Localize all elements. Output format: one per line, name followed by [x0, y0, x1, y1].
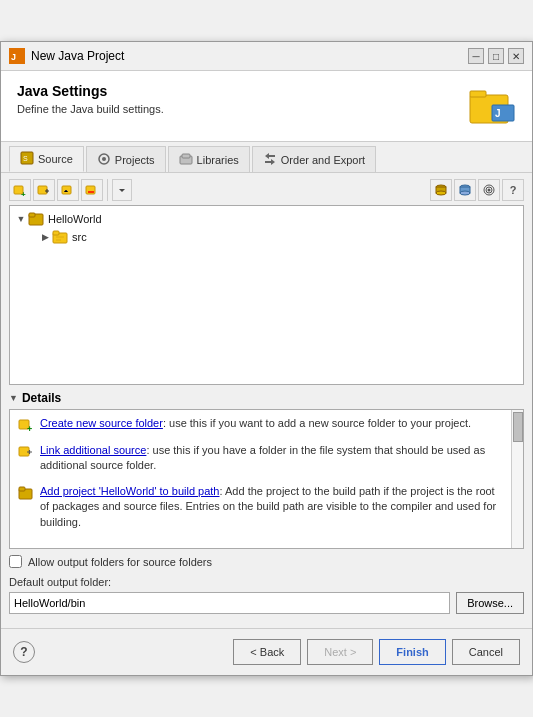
tab-source-label: Source	[38, 153, 73, 165]
svg-rect-32	[19, 487, 25, 491]
edit-build-path-button[interactable]	[57, 179, 79, 201]
svg-text:J: J	[11, 52, 16, 62]
src-folder-icon	[52, 229, 68, 245]
allow-output-checkbox[interactable]	[9, 555, 22, 568]
tree-item-helloworld[interactable]: ▼ HelloWorld	[10, 210, 523, 228]
source-tree[interactable]: ▼ HelloWorld ▶	[9, 205, 524, 385]
minimize-button[interactable]: ─	[468, 48, 484, 64]
svg-point-22	[460, 191, 470, 195]
add-jar-button[interactable]	[430, 179, 452, 201]
svg-rect-14	[38, 186, 47, 194]
svg-rect-3	[470, 91, 486, 97]
dialog-title: Java Settings	[17, 83, 164, 99]
dialog-subtitle: Define the Java build settings.	[17, 103, 164, 115]
help-button[interactable]: ?	[13, 641, 35, 663]
cancel-button[interactable]: Cancel	[452, 639, 520, 665]
tree-label-src: src	[72, 231, 87, 243]
footer: ? < Back Next > Finish Cancel	[1, 628, 532, 675]
output-folder-area: Default output folder: Browse...	[9, 576, 524, 614]
project-icon	[28, 211, 44, 227]
remove-build-path-button[interactable]	[81, 179, 103, 201]
tab-libraries-label: Libraries	[197, 154, 239, 166]
toolbar-right: ?	[430, 179, 524, 201]
projects-tab-icon	[97, 152, 111, 168]
toolbar-dropdown[interactable]	[112, 179, 132, 201]
header-area: Java Settings Define the Java build sett…	[1, 71, 532, 142]
detail-item-add-project: Add project 'HelloWorld' to build path: …	[18, 484, 515, 530]
tab-order-export-label: Order and Export	[281, 154, 365, 166]
details-header: ▼ Details	[9, 391, 524, 405]
add-project-icon	[18, 485, 34, 501]
toolbar: +	[9, 179, 524, 201]
svg-rect-11	[182, 154, 190, 158]
tab-projects[interactable]: Projects	[86, 146, 166, 172]
link-source-link[interactable]: Link additional source	[40, 444, 146, 456]
header-text: Java Settings Define the Java build sett…	[17, 83, 164, 115]
finish-button[interactable]: Finish	[379, 639, 445, 665]
footer-buttons: < Back Next > Finish Cancel	[233, 639, 520, 665]
details-title: Details	[22, 391, 61, 405]
detail-text-link-source: Link additional source: use this if you …	[40, 443, 499, 474]
close-button[interactable]: ✕	[508, 48, 524, 64]
details-section: ▼ Details + Create new source folder: us…	[9, 391, 524, 549]
new-source-folder-button[interactable]: +	[9, 179, 31, 201]
dialog-window: J New Java Project ─ □ ✕ Java Settings D…	[0, 41, 533, 676]
detail-text-add-project: Add project 'HelloWorld' to build path: …	[40, 484, 499, 530]
libraries-tab-icon	[179, 152, 193, 168]
footer-left: ?	[13, 641, 35, 663]
tree-label-helloworld: HelloWorld	[48, 213, 102, 225]
create-source-link[interactable]: Create new source folder	[40, 417, 163, 429]
next-button[interactable]: Next >	[307, 639, 373, 665]
output-folder-row: Browse...	[9, 592, 524, 614]
configure-build-path-button[interactable]	[478, 179, 500, 201]
back-button[interactable]: < Back	[233, 639, 301, 665]
detail-text-create-source: Create new source folder: use this if yo…	[40, 416, 471, 431]
svg-text:S: S	[23, 155, 28, 162]
title-bar: J New Java Project ─ □ ✕	[1, 42, 532, 71]
svg-text:J: J	[495, 108, 501, 119]
restore-button[interactable]: □	[488, 48, 504, 64]
detail-item-link-source: Link additional source: use this if you …	[18, 443, 515, 474]
output-folder-label: Default output folder:	[9, 576, 524, 588]
add-project-link[interactable]: Add project 'HelloWorld' to build path	[40, 485, 220, 497]
add-external-button[interactable]	[454, 179, 476, 201]
window-title: New Java Project	[31, 49, 124, 63]
scrollbar-thumb[interactable]	[513, 412, 523, 442]
link-source-icon	[18, 444, 34, 460]
tab-libraries[interactable]: Libraries	[168, 146, 250, 172]
toolbar-separator	[107, 179, 108, 201]
allow-output-label[interactable]: Allow output folders for source folders	[28, 556, 212, 568]
details-box: + Create new source folder: use this if …	[9, 409, 524, 549]
header-folder-icon: J	[468, 83, 516, 131]
tree-item-src[interactable]: ▶ src	[10, 228, 523, 246]
title-bar-left: J New Java Project	[9, 48, 124, 64]
svg-rect-25	[29, 213, 35, 217]
svg-point-23	[488, 189, 491, 192]
tree-toggle-helloworld[interactable]: ▼	[14, 212, 28, 226]
svg-rect-16	[86, 186, 95, 194]
tabs-area: S Source Projects Libraries Order and Ex…	[1, 142, 532, 173]
svg-text:+: +	[21, 190, 26, 197]
title-controls: ─ □ ✕	[468, 48, 524, 64]
java-title-icon: J	[9, 48, 25, 64]
details-scrollbar[interactable]	[511, 410, 523, 548]
svg-text:+: +	[27, 424, 32, 433]
detail-item-create-source: + Create new source folder: use this if …	[18, 416, 515, 433]
svg-rect-27	[53, 231, 59, 235]
details-toggle[interactable]: ▼	[9, 393, 18, 403]
tab-order-export[interactable]: Order and Export	[252, 146, 376, 172]
tab-projects-label: Projects	[115, 154, 155, 166]
output-folder-input[interactable]	[9, 592, 450, 614]
main-content: +	[1, 173, 532, 620]
browse-button[interactable]: Browse...	[456, 592, 524, 614]
link-source-button[interactable]	[33, 179, 55, 201]
build-path-help-button[interactable]: ?	[502, 179, 524, 201]
svg-point-9	[102, 157, 106, 161]
source-tab-icon: S	[20, 151, 34, 167]
toolbar-left: +	[9, 179, 132, 201]
create-source-icon: +	[18, 417, 34, 433]
order-export-tab-icon	[263, 152, 277, 168]
svg-point-19	[436, 191, 446, 195]
tree-toggle-src[interactable]: ▶	[38, 230, 52, 244]
tab-source[interactable]: S Source	[9, 146, 84, 172]
